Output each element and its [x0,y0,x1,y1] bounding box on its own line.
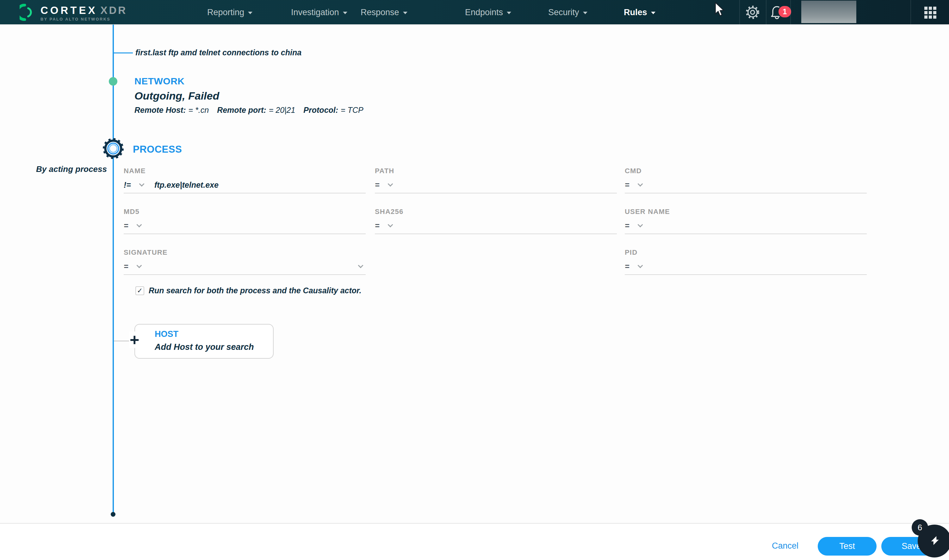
settings-button[interactable] [744,0,761,25]
field-md5-label: MD5 [124,208,366,216]
chevron-down-icon[interactable] [637,182,643,187]
guidance-widget-badge[interactable]: 6 [912,519,928,536]
field-cmd: CMD = [625,167,867,194]
chevron-down-icon[interactable] [387,222,393,228]
field-path-input[interactable]: = [375,179,617,194]
field-name: NAME != ftp.exe|telnet.exe [124,167,366,194]
field-signature-label: SIGNATURE [124,248,366,257]
nav-item-rules[interactable]: Rules [624,0,656,25]
field-signature-operator[interactable]: = [124,262,128,271]
host-card-subtitle: Add Host to your search [155,342,254,352]
rule-title: first.last ftp amd telnet connections to… [136,48,301,57]
field-path-operator[interactable]: = [375,180,380,189]
field-cmd-operator[interactable]: = [625,180,630,189]
causality-checkbox[interactable] [136,286,144,295]
plus-icon[interactable]: + [129,332,140,348]
chevron-down-icon [651,12,656,14]
rule-timeline-line [113,25,114,514]
nav-item-response[interactable]: Response [361,0,407,25]
nav-separator [739,0,740,25]
process-section-heading[interactable]: PROCESS [133,144,182,155]
nav-item-security[interactable]: Security [548,0,588,25]
chevron-down-icon [248,12,252,14]
host-card-heading[interactable]: HOST [155,329,178,339]
field-sha256-operator[interactable]: = [375,221,380,231]
field-md5-operator[interactable]: = [124,221,128,231]
cortex-xdr-app: CORTEX XDR BY PALO ALTO NETWORKS Reporti… [0,0,949,560]
process-node-gear-icon [101,137,125,160]
nav-item-endpoints[interactable]: Endpoints [465,0,511,25]
chevron-down-icon [583,12,588,14]
network-section-heading[interactable]: NETWORK [134,76,184,86]
field-user-name-operator[interactable]: = [625,221,630,231]
network-subtitle: Outgoing, Failed [134,90,219,102]
field-name-label: NAME [124,167,366,175]
field-path: PATH = [375,167,617,194]
field-pid: PID = [625,248,867,275]
field-user-name: USER NAME = [625,208,867,234]
app-launcher-button[interactable] [924,7,936,18]
field-md5: MD5 = [124,208,366,234]
test-button[interactable]: Test [818,537,876,555]
network-node-dot [109,77,117,86]
field-cmd-input[interactable]: = [625,179,867,194]
guidance-flag-icon [926,533,943,549]
field-user-name-input[interactable]: = [625,220,867,234]
user-account-area[interactable] [801,1,856,23]
process-side-label: By acting process [32,164,107,174]
timeline-end-dot [111,512,116,517]
field-name-operator[interactable]: != [124,180,131,189]
nav-item-reporting[interactable]: Reporting [207,0,252,25]
field-pid-label: PID [625,248,867,257]
criterion-remote-port: Remote port:= 20|21 [217,106,295,115]
nav-separator [766,0,767,25]
brand-suffix: XDR [100,5,128,17]
title-connector-line [113,52,133,54]
nav-separator [910,0,911,25]
brand-name: CORTEX [40,5,97,17]
chevron-down-icon [343,12,347,14]
chevron-down-icon[interactable] [139,182,144,187]
field-sha256-input[interactable]: = [375,220,617,234]
chevron-down-icon[interactable] [387,182,393,187]
chevron-down-icon[interactable] [637,222,643,228]
chevron-down-icon[interactable] [136,222,142,228]
gear-icon [745,5,760,20]
cortex-logo-icon [20,4,35,22]
field-sha256: SHA256 = [375,208,617,234]
mouse-cursor [714,2,726,19]
field-signature-select[interactable]: = [124,260,366,275]
chevron-down-icon [403,12,407,14]
causality-checkbox-row: Run search for both the process and the … [136,286,361,295]
causality-checkbox-label: Run search for both the process and the … [149,286,361,295]
field-path-label: PATH [375,167,617,175]
field-cmd-label: CMD [625,167,867,175]
top-navigation-bar: CORTEX XDR BY PALO ALTO NETWORKS Reporti… [0,0,949,25]
nav-item-investigation[interactable]: Investigation [291,0,347,25]
chevron-down-icon[interactable] [637,263,643,268]
field-pid-input[interactable]: = [625,260,867,275]
chevron-down-icon[interactable] [136,263,142,268]
cancel-button[interactable]: Cancel [772,541,798,551]
criterion-remote-host: Remote Host:= *.cn [134,106,209,115]
field-signature: SIGNATURE = [124,248,366,275]
field-user-name-label: USER NAME [625,208,867,216]
field-pid-operator[interactable]: = [625,262,630,271]
footer-action-bar [0,523,949,560]
field-name-input[interactable]: != ftp.exe|telnet.exe [124,179,366,194]
network-criteria: Remote Host:= *.cn Remote port:= 20|21 P… [134,106,372,115]
field-md5-input[interactable]: = [124,220,366,234]
brand-logo[interactable]: CORTEX XDR BY PALO ALTO NETWORKS [20,4,127,22]
chevron-down-icon[interactable] [358,263,363,268]
field-sha256-label: SHA256 [375,208,617,216]
brand-tagline: BY PALO ALTO NETWORKS [40,17,127,22]
field-name-value[interactable]: ftp.exe|telnet.exe [154,180,219,189]
criterion-protocol: Protocol:= TCP [303,106,363,115]
nav-separator [790,0,791,25]
chevron-down-icon [507,12,511,14]
